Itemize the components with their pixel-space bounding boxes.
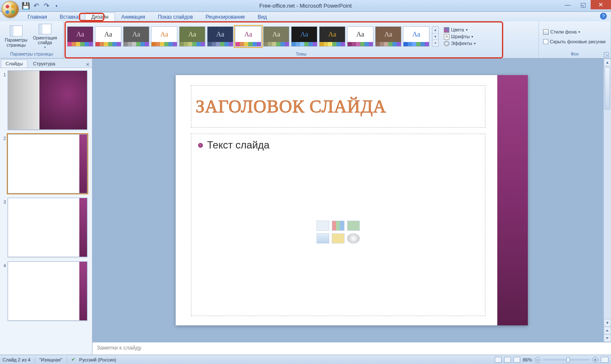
slide-accent-bar [497,75,528,325]
thumb-number: 2 [2,134,8,193]
prev-slide-icon[interactable]: ⏶ [604,327,611,334]
quick-access-toolbar: 💾 ↶ ↷ ▾ [22,2,60,10]
sorter-view-button[interactable] [504,357,511,363]
gallery-down-icon[interactable]: ▼ [432,34,438,40]
insert-media-icon[interactable] [347,233,360,244]
thumb-number: 1 [2,70,8,130]
theme-colors-button[interactable]: Цвета ▾ [442,27,477,33]
slide-thumbnail[interactable] [8,261,87,321]
theme-thumb[interactable]: Aa [67,26,93,47]
ribbon-tab-показ слайдов[interactable]: Показ слайдов [151,12,199,21]
scroll-up-icon[interactable]: ▲ [604,59,611,66]
insert-picture-icon[interactable] [317,233,329,244]
effects-icon [444,41,449,46]
hide-background-checkbox[interactable]: Скрыть фоновые рисунки [541,38,607,45]
theme-thumb[interactable]: Aa [207,26,233,47]
redo-icon[interactable]: ↷ [42,2,50,10]
insert-clipart-icon[interactable] [332,233,345,244]
insert-chart-icon[interactable] [332,221,345,231]
thumb-row: 3 [2,198,90,257]
slides-tab[interactable]: Слайды [1,59,28,67]
insert-table-icon[interactable] [317,221,329,231]
theme-thumb[interactable]: Aa [123,26,149,47]
fit-to-window-button[interactable] [601,357,608,363]
bullet-line: Текст слайда [198,139,478,151]
restore-button[interactable]: ◱ [575,0,591,9]
zoom-slider[interactable] [543,359,590,361]
ribbon-tab-главная[interactable]: Главная [21,12,53,21]
page-setup-label: Параметры страницы [5,38,27,48]
theme-effects-button[interactable]: Эффекты ▾ [442,40,477,47]
help-icon[interactable]: ? [600,13,607,20]
minimize-button[interactable]: — [560,0,575,9]
ribbon-tab-вставка[interactable]: Вставка [53,12,85,21]
group-launcher-icon[interactable]: ↘ [604,52,609,57]
save-icon[interactable]: 💾 [22,2,30,10]
outline-tab[interactable]: Структура [28,59,60,67]
svg-point-0 [6,5,9,8]
ribbon-tab-анимация[interactable]: Анимация [115,12,151,21]
insert-smartart-icon[interactable] [347,221,360,231]
theme-thumb[interactable]: Aa [263,26,289,47]
page-setup-button[interactable]: Параметры страницы [3,23,30,50]
theme-thumb[interactable]: Aa [151,26,177,47]
editor-area: ЗАГОЛОВОК СЛАЙДА Текст слайда [92,59,611,355]
theme-thumb[interactable]: Aa [291,26,317,47]
fonts-icon: A [444,34,449,39]
ribbon-tab-вид[interactable]: Вид [251,12,273,21]
thumb-accent [79,134,87,193]
colors-icon [444,27,449,33]
notes-placeholder: Заметки к слайду [97,344,141,351]
undo-icon[interactable]: ↶ [32,2,40,10]
orientation-icon [39,24,51,34]
theme-effects-label: Эффекты [451,41,472,46]
separator [35,357,35,363]
next-slide-icon[interactable]: ⏷ [604,334,611,342]
close-pane-icon[interactable]: ✕ [86,62,90,67]
themes-group: AaAaAaAaAaAaAaAaAaAaAaAaAa ▲ ▼ ▾ Цвета ▾… [64,21,539,58]
background-group-label: Фон [541,51,608,57]
scroll-down-icon[interactable]: ▼ [604,319,611,327]
close-button[interactable]: ✕ [591,0,611,9]
office-button[interactable] [2,1,19,18]
thumb-number: 4 [2,261,8,321]
hide-bg-label: Скрыть фоновые рисунки [550,39,605,44]
theme-thumb[interactable]: Aa [319,26,345,47]
ribbon-tab-дизайн[interactable]: Дизайн [85,12,115,21]
chevron-down-icon: ▾ [44,45,46,49]
theme-fonts-button[interactable]: A Шрифты ▾ [442,34,477,40]
thumb-row: 4 [2,261,90,321]
zoom-out-button[interactable]: − [535,357,541,363]
window-controls: — ◱ ✕ [560,0,611,9]
theme-thumb[interactable]: Aa [235,26,261,47]
slideshow-view-button[interactable] [513,357,520,363]
theme-thumb[interactable]: Aa [375,26,401,47]
slide-thumbnail[interactable] [8,198,87,257]
spellcheck-icon[interactable]: ✔ [71,357,75,362]
slide[interactable]: ЗАГОЛОВОК СЛАЙДА Текст слайда [176,75,528,325]
ribbon-tab-рецензирование[interactable]: Рецензирование [199,12,252,21]
gallery-more-icon[interactable]: ▾ [432,40,438,46]
background-styles-button[interactable]: Стили фона ▾ [541,28,582,36]
qat-dropdown-icon[interactable]: ▾ [53,2,60,10]
title-placeholder[interactable]: ЗАГОЛОВОК СЛАЙДА [191,85,485,128]
gallery-up-icon[interactable]: ▲ [432,27,438,34]
content-type-icons [317,221,360,244]
vertical-scrollbar[interactable]: ▲ ▼ ⏶ ⏷ [603,59,611,342]
slide-thumbnail[interactable] [8,134,87,193]
zoom-slider-thumb[interactable] [566,357,570,362]
notes-pane[interactable]: Заметки к слайду [92,342,611,355]
separator [67,357,67,363]
slide-nav: ⏶ ⏷ [604,327,611,342]
slide-orientation-button[interactable]: Ориентация слайда ▾ [31,23,59,50]
scroll-thumb[interactable] [605,67,610,109]
slide-thumbnail[interactable] [8,70,87,130]
page-setup-group: Параметры страницы Ориентация слайда ▾ П… [0,21,64,58]
content-placeholder[interactable]: Текст слайда [191,134,485,316]
theme-thumb[interactable]: Aa [403,26,429,47]
zoom-in-button[interactable]: + [592,357,598,363]
theme-thumb[interactable]: Aa [179,26,205,47]
theme-thumb[interactable]: Aa [347,26,373,47]
normal-view-button[interactable] [495,357,502,363]
theme-thumb[interactable]: Aa [95,26,121,47]
